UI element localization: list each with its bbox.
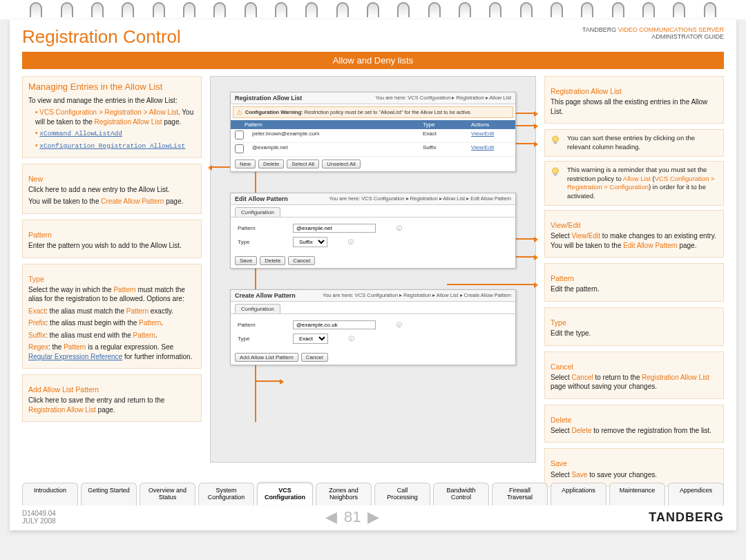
tab-applications[interactable]: Applications <box>551 483 606 505</box>
panel1-breadcrumb: You are here: VCS Configuration ▸ Regist… <box>375 95 511 102</box>
left-heading: Managing Entries in the Allow List <box>28 81 195 93</box>
new-button[interactable]: New <box>235 160 256 168</box>
left-column: Managing Entries in the Allow List To vi… <box>22 76 202 492</box>
brand-product: VIDEO COMMUNICATIONS SERVER <box>618 26 724 33</box>
tab-firewall-traversal[interactable]: FirewallTraversal <box>492 483 548 505</box>
pattern-heading: Pattern <box>28 230 195 240</box>
r-pattern-heading: Pattern <box>551 273 718 283</box>
configuration-tab[interactable]: Configuration <box>235 304 280 313</box>
spiral-binding <box>0 0 746 19</box>
xconfiguration-link[interactable]: xConfiguration Registration AllowList <box>39 142 185 150</box>
lightbulb-icon <box>549 134 563 152</box>
add-pattern-heading: Add Allow List Pattern <box>28 385 195 394</box>
unselect-all-button[interactable]: Unselect All <box>322 160 361 168</box>
new-text: Click here to add a new entry to the All… <box>28 185 195 195</box>
nav-path-item: VCS Configuration > Registration > Allow… <box>35 108 195 126</box>
page: Registration Control TANDBERG VIDEO COMM… <box>10 19 736 530</box>
pattern-text: Enter the pattern you wish to add to the… <box>28 241 195 251</box>
cancel-heading: Cancel <box>551 362 718 371</box>
right-heading: Registration Allow List <box>551 86 718 96</box>
tab-call-processing[interactable]: CallProcessing <box>374 483 430 505</box>
doc-id: D14049.04 <box>22 510 56 517</box>
brand-name: TANDBERG <box>582 26 618 33</box>
delete-heading: Delete <box>551 415 718 425</box>
config-warning: ⚠ Configuration Warning: Restriction pol… <box>233 106 513 118</box>
tab-overview-status[interactable]: Overview andStatus <box>140 483 195 505</box>
footer: D14049.04 JULY 2008 ◀ 81 ▶ TANDBERG <box>22 508 724 526</box>
xcommand-link[interactable]: xCommand AllowListAdd <box>39 130 122 137</box>
pattern-input[interactable] <box>293 224 376 233</box>
header-brand: TANDBERG VIDEO COMMUNICATIONS SERVER ADM… <box>582 26 724 40</box>
next-page-icon[interactable]: ▶ <box>367 508 379 526</box>
table-header[interactable]: Pattern Type Actions <box>231 120 515 129</box>
screenshot-area: Registration Allow List You are here: VC… <box>210 76 536 463</box>
svg-rect-3 <box>554 173 557 175</box>
edit-allow-pattern-panel: Edit Allow Pattern You are here: VCS Con… <box>230 193 516 269</box>
regex-reference-link[interactable]: Regular Expression Reference <box>28 353 122 360</box>
svg-rect-1 <box>554 142 557 144</box>
page-title: Registration Control <box>22 26 181 48</box>
left-intro: To view and manage the entries in the Al… <box>28 96 195 106</box>
add-allow-list-pattern-button[interactable]: Add Allow List Pattern <box>235 353 298 362</box>
svg-point-2 <box>553 168 559 174</box>
panel3-breadcrumb: You are here: VCS Configuration ▸ Regist… <box>323 292 511 299</box>
configuration-tab[interactable]: Configuration <box>235 207 280 217</box>
right-column: Registration Allow List This page shows … <box>544 76 724 492</box>
page-number: 81 <box>344 508 361 526</box>
type-select[interactable]: Suffix <box>293 237 327 247</box>
row-checkbox[interactable] <box>235 144 244 153</box>
create-allow-pattern-panel: Create Allow Pattern You are here: VCS C… <box>230 289 516 365</box>
info-icon[interactable]: ⓘ <box>396 224 402 232</box>
pager: ◀ 81 ▶ <box>325 508 379 526</box>
view-edit-link[interactable]: View/Edit <box>471 144 494 151</box>
save-button[interactable]: Save <box>235 256 257 265</box>
lightbulb-icon <box>549 166 563 201</box>
tab-bandwidth-control[interactable]: BandwidthControl <box>433 483 489 505</box>
row-checkbox[interactable] <box>235 131 244 139</box>
doc-date: JULY 2008 <box>22 517 56 525</box>
tab-introduction[interactable]: Introduction <box>22 483 78 505</box>
tip-warning: This warning is a reminder that you must… <box>544 161 724 206</box>
panel2-title: Edit Allow Pattern <box>235 195 288 202</box>
bottom-nav: Introduction Getting Started Overview an… <box>22 483 724 505</box>
tab-vcs-config[interactable]: VCSConfiguration <box>257 483 313 505</box>
select-all-button[interactable]: Select All <box>287 160 319 168</box>
tab-system-config[interactable]: SystemConfiguration <box>198 483 254 505</box>
cancel-button[interactable]: Cancel <box>301 353 328 362</box>
brand-logo: TANDBERG <box>649 510 724 525</box>
svg-point-0 <box>553 136 559 142</box>
tip-sort: You can sort these entries by clicking o… <box>544 129 724 157</box>
type-select[interactable]: Exact <box>293 334 328 344</box>
tab-zones-neighbors[interactable]: Zones andNeighbors <box>316 483 372 505</box>
table-row: peter.brown@example.com Exact View/Edit <box>231 129 515 143</box>
view-edit-link[interactable]: View/Edit <box>471 131 494 137</box>
section-bar: Allow and Deny lists <box>22 52 724 69</box>
delete-button[interactable]: Delete <box>258 160 284 168</box>
delete-button[interactable]: Delete <box>260 256 285 265</box>
save-heading: Save <box>551 458 718 468</box>
info-icon[interactable]: ⓘ <box>349 335 354 342</box>
panel2-breadcrumb: You are here: VCS Configuration ▸ Regist… <box>329 195 511 202</box>
table-row: @example.net Suffix View/Edit <box>231 143 515 157</box>
warning-icon: ⚠ <box>236 108 242 116</box>
cancel-button[interactable]: Cancel <box>288 256 315 265</box>
brand-subtitle: ADMINISTRATOR GUIDE <box>651 33 724 40</box>
info-icon[interactable]: ⓘ <box>396 321 402 329</box>
pattern-input[interactable] <box>293 320 376 329</box>
prev-page-icon[interactable]: ◀ <box>325 508 337 526</box>
type-heading: Type <box>28 274 195 284</box>
new-heading: New <box>28 174 195 184</box>
registration-allow-list-panel: Registration Allow List You are here: VC… <box>230 92 516 172</box>
info-icon[interactable]: ⓘ <box>348 238 354 246</box>
r-type-heading: Type <box>551 318 718 327</box>
view-edit-heading: View/Edit <box>551 220 718 230</box>
tab-getting-started[interactable]: Getting Started <box>81 483 137 505</box>
tab-maintenance[interactable]: Maintenance <box>609 483 665 505</box>
panel3-title: Create Allow Pattern <box>235 292 296 299</box>
panel1-title: Registration Allow List <box>235 95 302 102</box>
tab-appendices[interactable]: Appendices <box>668 483 724 505</box>
